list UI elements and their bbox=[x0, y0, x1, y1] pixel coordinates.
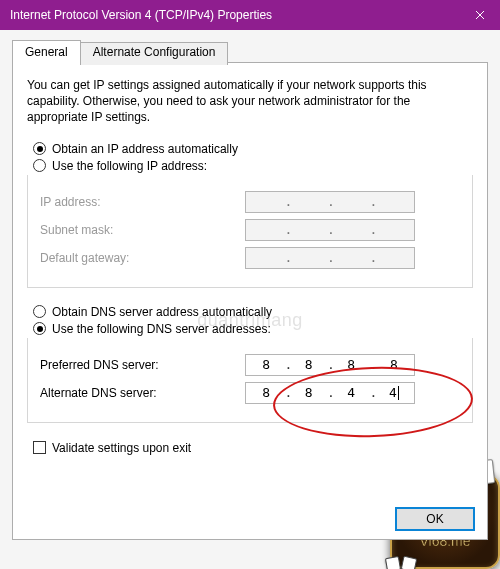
field-label: Alternate DNS server: bbox=[40, 386, 245, 400]
dns-fields-group: Preferred DNS server: 8. 8. 8. 8 Alterna… bbox=[27, 338, 473, 423]
ip-dot: . bbox=[284, 385, 290, 400]
ip-octet: 4 bbox=[337, 385, 365, 400]
ip-fields-group: IP address: . . . Subnet mask: . . . D bbox=[27, 175, 473, 288]
titlebar: Internet Protocol Version 4 (TCP/IPv4) P… bbox=[0, 0, 500, 30]
radio-ip-manual[interactable]: Use the following IP address: bbox=[33, 159, 473, 173]
ip-dot: . bbox=[370, 222, 376, 237]
radio-icon bbox=[33, 159, 46, 172]
alternate-dns-input[interactable]: 8. 8. 4. 4 bbox=[245, 382, 415, 404]
field-label: Default gateway: bbox=[40, 251, 245, 265]
tab-alternate-configuration[interactable]: Alternate Configuration bbox=[80, 42, 229, 65]
checkbox-label: Validate settings upon exit bbox=[52, 441, 191, 455]
field-label: Subnet mask: bbox=[40, 223, 245, 237]
ip-dot: . bbox=[284, 222, 290, 237]
text-cursor bbox=[398, 386, 399, 400]
ip-dot: . bbox=[327, 357, 333, 372]
radio-label: Use the following DNS server addresses: bbox=[52, 322, 271, 336]
ip-address-input: . . . bbox=[245, 191, 415, 213]
radio-icon bbox=[33, 305, 46, 318]
ip-octet: 4 bbox=[380, 385, 408, 401]
validate-settings-checkbox[interactable]: Validate settings upon exit bbox=[33, 441, 473, 455]
ip-dot: . bbox=[370, 357, 376, 372]
ip-octet: 8 bbox=[337, 357, 365, 372]
dice-icon bbox=[386, 557, 416, 569]
field-subnet-mask: Subnet mask: . . . bbox=[40, 219, 460, 241]
field-alternate-dns: Alternate DNS server: 8. 8. 4. 4 bbox=[40, 382, 460, 404]
window-title: Internet Protocol Version 4 (TCP/IPv4) P… bbox=[10, 8, 460, 22]
ip-octet: 8 bbox=[252, 357, 280, 372]
ok-button[interactable]: OK bbox=[395, 507, 475, 531]
description-text: You can get IP settings assigned automat… bbox=[27, 77, 473, 126]
field-label: Preferred DNS server: bbox=[40, 358, 245, 372]
close-icon bbox=[475, 10, 485, 20]
radio-icon bbox=[33, 322, 46, 335]
ip-dot: . bbox=[370, 250, 376, 265]
ip-octet: 8 bbox=[252, 385, 280, 400]
ip-dot: . bbox=[284, 357, 290, 372]
ip-dot: . bbox=[327, 222, 333, 237]
radio-ip-auto[interactable]: Obtain an IP address automatically bbox=[33, 142, 473, 156]
radio-icon bbox=[33, 142, 46, 155]
close-button[interactable] bbox=[460, 0, 500, 30]
dialog-button-row: OK bbox=[395, 507, 475, 531]
checkbox-icon bbox=[33, 441, 46, 454]
tab-panel-general: You can get IP settings assigned automat… bbox=[12, 62, 488, 540]
tab-strip: General Alternate Configuration bbox=[12, 40, 488, 63]
ip-dot: . bbox=[370, 194, 376, 209]
field-ip-address: IP address: . . . bbox=[40, 191, 460, 213]
ip-octet: 8 bbox=[295, 357, 323, 372]
ip-dot: . bbox=[327, 194, 333, 209]
ip-dot: . bbox=[284, 250, 290, 265]
ip-dot: . bbox=[370, 385, 376, 400]
ip-octet: 8 bbox=[295, 385, 323, 400]
field-preferred-dns: Preferred DNS server: 8. 8. 8. 8 bbox=[40, 354, 460, 376]
client-area: General Alternate Configuration You can … bbox=[0, 30, 500, 540]
default-gateway-input: . . . bbox=[245, 247, 415, 269]
radio-label: Use the following IP address: bbox=[52, 159, 207, 173]
ip-dot: . bbox=[327, 385, 333, 400]
subnet-mask-input: . . . bbox=[245, 219, 415, 241]
ip-dot: . bbox=[284, 194, 290, 209]
ip-octet: 8 bbox=[380, 357, 408, 372]
radio-dns-manual[interactable]: Use the following DNS server addresses: bbox=[33, 322, 473, 336]
radio-label: Obtain an IP address automatically bbox=[52, 142, 238, 156]
ip-dot: . bbox=[327, 250, 333, 265]
radio-dns-auto[interactable]: Obtain DNS server address automatically bbox=[33, 305, 473, 319]
preferred-dns-input[interactable]: 8. 8. 8. 8 bbox=[245, 354, 415, 376]
field-label: IP address: bbox=[40, 195, 245, 209]
field-default-gateway: Default gateway: . . . bbox=[40, 247, 460, 269]
tab-general[interactable]: General bbox=[12, 40, 81, 63]
radio-label: Obtain DNS server address automatically bbox=[52, 305, 272, 319]
